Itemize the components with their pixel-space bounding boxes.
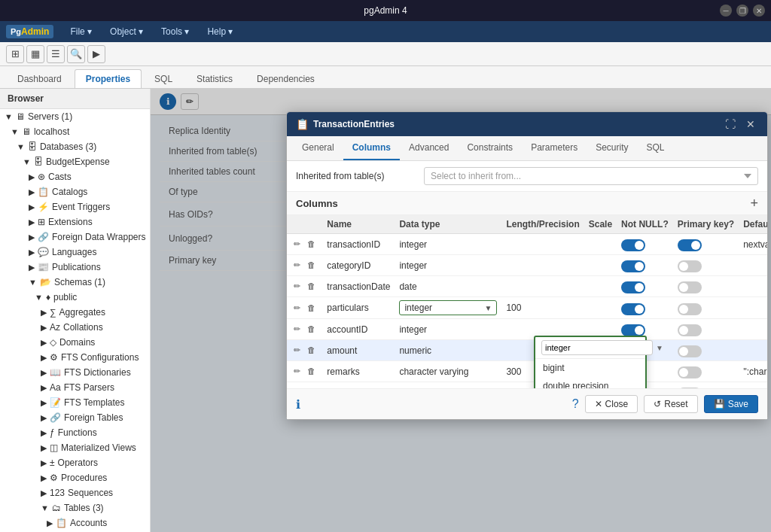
tree-fts-config[interactable]: ▶ ⚙ FTS Configurations bbox=[0, 350, 150, 365]
edit-row-5-btn[interactable]: ✏ bbox=[291, 324, 303, 335]
tree-sequences[interactable]: ▶ 123 Sequences bbox=[0, 485, 150, 500]
not-null-toggle-2[interactable] bbox=[621, 260, 645, 272]
toolbar-nav-btn[interactable]: ▶ bbox=[87, 45, 105, 63]
menu-object[interactable]: Object ▾ bbox=[102, 23, 151, 40]
delete-row-5-btn[interactable]: 🗑 bbox=[305, 324, 318, 334]
tree-fts-dict[interactable]: ▶ 📖 FTS Dictionaries bbox=[0, 365, 150, 380]
tree-collations[interactable]: ▶ Az Collations bbox=[0, 320, 150, 335]
pk-toggle-7[interactable] bbox=[678, 366, 702, 378]
tab-dependencies[interactable]: Dependencies bbox=[245, 69, 326, 88]
add-column-button[interactable]: + bbox=[750, 196, 758, 210]
edit-row-7-btn[interactable]: ✏ bbox=[291, 366, 303, 377]
edit-row-1-btn[interactable]: ✏ bbox=[291, 239, 303, 250]
restore-button[interactable]: ❐ bbox=[736, 5, 748, 17]
modal-tab-constraints[interactable]: Constraints bbox=[458, 136, 522, 160]
publications-expand-icon: ▶ bbox=[29, 263, 35, 272]
toolbar-table-btn[interactable]: ▦ bbox=[26, 45, 44, 63]
toolbar-search-btn[interactable]: 🔍 bbox=[67, 45, 85, 63]
edit-row-4-btn[interactable]: ✏ bbox=[291, 302, 303, 314]
tree-casts[interactable]: ▶ ⊛ Casts bbox=[0, 169, 150, 184]
accounts-label: Accounts bbox=[70, 518, 107, 528]
tab-dashboard[interactable]: Dashboard bbox=[6, 69, 73, 88]
pk-toggle-6[interactable] bbox=[678, 345, 702, 357]
edit-row-3-btn[interactable]: ✏ bbox=[291, 281, 303, 292]
edit-row-8-btn[interactable]: ✏ bbox=[291, 387, 303, 388]
pk-toggle-8[interactable] bbox=[678, 388, 702, 388]
tree-budgetexpense[interactable]: ▼ 🗄 BudgetExpense bbox=[0, 154, 150, 169]
tree-mat-views[interactable]: ▶ ◫ Materialized Views bbox=[0, 440, 150, 455]
tree-fts-templates[interactable]: ▶ 📝 FTS Templates bbox=[0, 395, 150, 410]
tree-languages[interactable]: ▶ 💬 Languages bbox=[0, 245, 150, 260]
menu-tools[interactable]: Tools ▾ bbox=[154, 23, 197, 40]
delete-row-3-btn[interactable]: 🗑 bbox=[305, 281, 318, 291]
modal-tab-advanced[interactable]: Advanced bbox=[400, 136, 458, 160]
tree-public[interactable]: ▼ ♦ public bbox=[0, 290, 150, 305]
tree-foreign-tables[interactable]: ▶ 🔗 Foreign Tables bbox=[0, 410, 150, 425]
pk-toggle-1[interactable] bbox=[678, 239, 702, 251]
tree-foreign-data-wrappers[interactable]: ▶ 🔗 Foreign Data Wrappers bbox=[0, 230, 150, 245]
modal-close-button[interactable]: ✕ bbox=[743, 118, 758, 130]
aggregates-expand-icon: ▶ bbox=[41, 308, 47, 318]
tree-functions[interactable]: ▶ ƒ Functions bbox=[0, 425, 150, 440]
foreign-tables-icon: 🔗 bbox=[50, 412, 61, 423]
modal-tab-columns[interactable]: Columns bbox=[343, 136, 400, 160]
delete-row-8-btn[interactable]: 🗑 bbox=[305, 387, 318, 388]
tree-schemas[interactable]: ▼ 📂 Schemas (1) bbox=[0, 275, 150, 290]
tab-properties[interactable]: Properties bbox=[75, 69, 142, 88]
tree-catalogs[interactable]: ▶ 📋 Catalogs bbox=[0, 184, 150, 199]
pk-toggle-2[interactable] bbox=[678, 260, 702, 272]
modal-tab-parameters[interactable]: Parameters bbox=[522, 136, 587, 160]
not-null-toggle-1[interactable] bbox=[621, 239, 645, 251]
tree-servers[interactable]: ▼ 🖥 Servers (1) bbox=[0, 109, 150, 124]
not-null-toggle-5[interactable] bbox=[621, 324, 645, 336]
tree-tables[interactable]: ▼ 🗂 Tables (3) bbox=[0, 500, 150, 515]
modal-info-button[interactable]: ℹ bbox=[296, 397, 300, 412]
modal-reset-btn[interactable]: ↺ Reset bbox=[644, 395, 697, 413]
delete-row-7-btn[interactable]: 🗑 bbox=[305, 366, 318, 376]
minimize-button[interactable]: ─ bbox=[720, 5, 732, 17]
tree-localhost[interactable]: ▼ 🖥 localhost bbox=[0, 124, 150, 139]
menu-file[interactable]: File ▾ bbox=[62, 23, 99, 40]
modal-tab-sql[interactable]: SQL bbox=[638, 136, 674, 160]
pk-toggle-3[interactable] bbox=[678, 281, 702, 293]
delete-row-1-btn[interactable]: 🗑 bbox=[305, 239, 318, 249]
menu-help[interactable]: Help ▾ bbox=[200, 23, 240, 40]
modal-tab-security[interactable]: Security bbox=[587, 136, 637, 160]
tree-accounts[interactable]: ▶ 📋 Accounts bbox=[0, 515, 150, 530]
not-null-toggle-4[interactable] bbox=[621, 303, 645, 315]
delete-row-4-btn[interactable]: 🗑 bbox=[305, 302, 318, 313]
tab-sql[interactable]: SQL bbox=[143, 69, 184, 88]
tree-aggregates[interactable]: ▶ ∑ Aggregates bbox=[0, 305, 150, 320]
inherit-select[interactable]: Select to inherit from... bbox=[424, 167, 758, 185]
modal-expand-button[interactable]: ⛶ bbox=[722, 118, 739, 130]
sidebar: Browser ▼ 🖥 Servers (1) ▼ 🖥 localhost ▼ … bbox=[0, 89, 151, 532]
modal-tab-general[interactable]: General bbox=[293, 136, 343, 160]
dropdown-option-double-precision[interactable]: double precision bbox=[535, 377, 645, 388]
tree-publications[interactable]: ▶ 📰 Publications bbox=[0, 260, 150, 275]
delete-row-2-btn[interactable]: 🗑 bbox=[305, 260, 318, 270]
dropdown-option-bigint[interactable]: bigint bbox=[535, 359, 645, 377]
dropdown-search-input[interactable] bbox=[541, 340, 653, 355]
datatype-dropdown-trigger[interactable]: integer ▼ bbox=[399, 300, 497, 315]
modal-help-button[interactable]: ? bbox=[572, 397, 579, 411]
tree-extensions[interactable]: ▶ ⊞ Extensions bbox=[0, 214, 150, 230]
modal-save-btn[interactable]: 💾 Save bbox=[704, 395, 758, 413]
tab-statistics[interactable]: Statistics bbox=[185, 69, 244, 88]
tree-operators[interactable]: ▶ ± Operators bbox=[0, 455, 150, 470]
not-null-toggle-3[interactable] bbox=[621, 281, 645, 293]
edit-row-6-btn[interactable]: ✏ bbox=[291, 345, 303, 356]
delete-row-6-btn[interactable]: 🗑 bbox=[305, 345, 318, 355]
tree-fts-parsers[interactable]: ▶ Aa FTS Parsers bbox=[0, 380, 150, 395]
toolbar-list-btn[interactable]: ☰ bbox=[47, 45, 65, 63]
pk-toggle-5[interactable] bbox=[678, 324, 702, 336]
tree-procedures[interactable]: ▶ ⚙ Procedures bbox=[0, 470, 150, 485]
col-name-1: transactionID bbox=[322, 234, 395, 255]
toolbar-grid-btn[interactable]: ⊞ bbox=[6, 45, 24, 63]
edit-row-2-btn[interactable]: ✏ bbox=[291, 260, 303, 271]
modal-close-btn[interactable]: ✕ Close bbox=[585, 395, 638, 413]
tree-event-triggers[interactable]: ▶ ⚡ Event Triggers bbox=[0, 199, 150, 214]
tree-databases[interactable]: ▼ 🗄 Databases (3) bbox=[0, 139, 150, 154]
pk-toggle-4[interactable] bbox=[678, 303, 702, 315]
tree-domains[interactable]: ▶ ◇ Domains bbox=[0, 335, 150, 350]
close-window-button[interactable]: ✕ bbox=[753, 5, 765, 17]
